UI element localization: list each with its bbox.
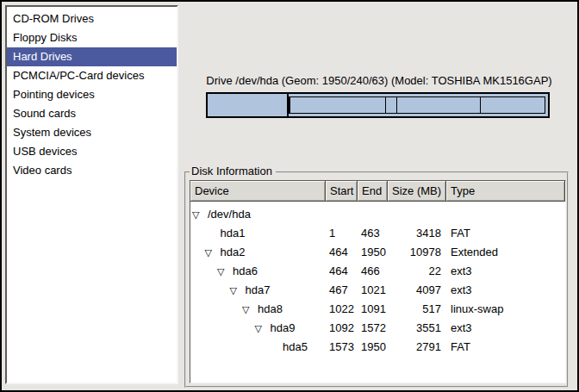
column-header-end[interactable]: End [358,181,388,202]
column-header-size[interactable]: Size (MB) [388,181,446,202]
partition-segment-hda9 [396,96,480,114]
partition-table: Device Start End Size (MB) Type ▽/dev/hd… [190,180,566,383]
end-cell: 463 [358,224,388,243]
end-cell [358,205,388,224]
end-cell: 1091 [358,300,388,319]
table-row-hda6[interactable]: ▽hda646446622ext3 [190,262,565,281]
drive-geometry-label: Drive /dev/hda (Geom: 1950/240/63) (Mode… [181,74,577,87]
end-cell: 1572 [358,319,388,338]
partition-table-header: Device Start End Size (MB) Type [190,181,565,202]
start-cell: 464 [326,243,358,262]
device-name: hda8 [258,302,283,315]
table-row-hda2[interactable]: ▽hda2464195010978Extended [190,243,565,262]
partition-table-body: ▽/dev/hdahda114633418FAT▽hda246419501097… [190,202,565,357]
device-name: hda7 [246,283,271,296]
sidebar-item-cd-rom-drives[interactable]: CD-ROM Drives [7,9,177,28]
type-cell: linux-swap [446,300,565,319]
size-cell: 10978 [388,243,446,262]
start-cell: 467 [326,281,358,300]
type-cell: ext3 [446,319,565,338]
table-row-hda8[interactable]: ▽hda810221091517linux-swap [190,300,565,319]
partition-map-bar [206,92,550,118]
size-cell: 2791 [388,338,446,357]
triangle-down-expander-icon[interactable]: ▽ [205,243,221,262]
table-row-hda7[interactable]: ▽hda746710214097ext3 [190,281,565,300]
start-cell: 1573 [326,338,358,357]
column-header-start[interactable]: Start [326,181,358,202]
end-cell: 1021 [358,281,388,300]
sidebar-item-pointing-devices[interactable]: Pointing devices [7,85,177,104]
type-cell: FAT [446,224,565,243]
end-cell: 466 [358,262,388,281]
size-cell: 4097 [388,281,446,300]
sidebar-item-sound-cards[interactable]: Sound cards [7,104,177,123]
triangle-down-expander-icon[interactable]: ▽ [192,205,208,224]
size-cell: 22 [388,262,446,281]
type-cell: ext3 [446,281,565,300]
end-cell: 1950 [358,243,388,262]
table-row-hda1[interactable]: hda114633418FAT [190,224,565,243]
size-cell: 3551 [388,319,446,338]
start-cell: 464 [326,262,358,281]
type-cell [446,205,565,224]
type-cell: ext3 [446,262,565,281]
device-name: hda1 [221,227,246,240]
size-cell: 517 [388,300,446,319]
start-cell: 1 [326,224,358,243]
triangle-down-expander-icon[interactable]: ▽ [255,319,271,338]
start-cell [326,205,358,224]
column-header-type[interactable]: Type [446,181,565,202]
partition-segment-hda7 [290,96,386,114]
triangle-down-expander-icon[interactable]: ▽ [217,262,233,281]
device-name: hda9 [271,321,296,334]
device-name: hda5 [283,340,308,353]
device-category-list[interactable]: CD-ROM DrivesFloppy DisksHard DrivesPCMC… [5,5,178,384]
table-row-hda9[interactable]: ▽hda9109215723551ext3 [190,319,565,338]
triangle-down-expander-icon[interactable]: ▽ [230,281,246,300]
triangle-down-expander-icon[interactable]: ▽ [242,300,258,319]
partition-segment-hda8 [385,96,397,114]
table-row--dev-hda[interactable]: ▽/dev/hda [190,205,565,224]
device-name: hda2 [221,246,246,258]
sidebar-item-floppy-disks[interactable]: Floppy Disks [7,28,177,47]
device-name: /dev/hda [208,208,251,221]
type-cell: FAT [446,338,565,357]
sidebar-item-pcmcia-pc-card-devices[interactable]: PCMCIA/PC-Card devices [7,66,177,85]
partition-segment-hda1 [208,94,289,116]
start-cell: 1092 [326,319,358,338]
disk-information-label: Disk Information [190,165,276,178]
sidebar-item-usb-devices[interactable]: USB devices [7,142,177,161]
disk-information-frame: Device Start End Size (MB) Type ▽/dev/hd… [184,171,569,388]
partition-segment-hda5 [480,96,546,114]
partition-segment-extended [289,94,548,116]
table-row-hda5[interactable]: hda5157319502791FAT [190,338,565,357]
sidebar-item-hard-drives[interactable]: Hard Drives [7,47,177,66]
start-cell: 1022 [326,300,358,319]
device-name: hda6 [233,264,258,277]
sidebar-item-video-cards[interactable]: Video cards [7,161,177,180]
size-cell [388,205,446,224]
sidebar-item-system-devices[interactable]: System devices [7,123,177,142]
column-header-device[interactable]: Device [190,181,326,202]
end-cell: 1950 [358,338,388,357]
type-cell: Extended [446,243,565,262]
size-cell: 3418 [388,224,446,243]
